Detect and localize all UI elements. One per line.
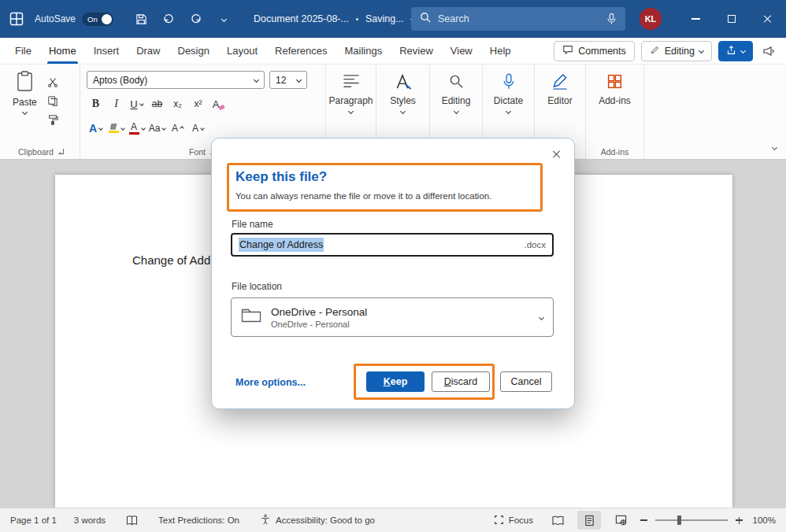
tab-layout[interactable]: Layout	[218, 38, 266, 64]
cancel-button[interactable]: Cancel	[500, 371, 552, 392]
highlighter-icon	[109, 124, 119, 134]
chevron-down-icon	[296, 77, 302, 83]
close-button[interactable]	[750, 0, 786, 38]
word-count[interactable]: 3 words	[74, 515, 106, 525]
tab-insert[interactable]: Insert	[85, 38, 128, 64]
plus-icon	[736, 517, 743, 524]
cut-button[interactable]	[45, 75, 61, 89]
focus-button[interactable]: Focus	[494, 515, 533, 526]
tab-draw[interactable]: Draw	[128, 38, 169, 64]
accessibility-status[interactable]: Accessibility: Good to go	[260, 514, 375, 526]
maximize-button[interactable]	[714, 0, 750, 38]
styles-button[interactable]: Styles	[376, 65, 429, 113]
word-app-icon[interactable]	[9, 12, 24, 26]
save-button[interactable]	[131, 9, 151, 29]
font-size-value: 12	[276, 75, 286, 86]
tab-view[interactable]: View	[442, 38, 481, 64]
magnifier-icon	[448, 73, 465, 92]
tab-file[interactable]: File	[6, 38, 40, 64]
editor-button[interactable]: Editor	[535, 65, 585, 106]
clipboard-group-label: Clipboard	[18, 147, 54, 157]
change-case-button[interactable]: Aa	[148, 119, 166, 138]
paste-button[interactable]: Paste	[13, 71, 37, 127]
focus-label: Focus	[509, 515, 533, 525]
avatar[interactable]: KL	[640, 8, 662, 30]
collapse-ribbon-chevron-icon[interactable]	[773, 139, 777, 153]
clipboard-dialog-launcher-icon[interactable]	[58, 149, 65, 155]
tab-help[interactable]: Help	[481, 38, 520, 64]
text-effects-button[interactable]: A	[87, 119, 105, 138]
editing-button[interactable]: Editing	[430, 65, 482, 113]
highlight-color-button[interactable]	[107, 119, 125, 138]
print-layout-button[interactable]	[577, 511, 601, 530]
zoom-slider[interactable]	[655, 519, 728, 521]
autosave-toggle[interactable]: On	[82, 13, 113, 26]
share-button[interactable]	[718, 41, 753, 61]
addins-button[interactable]: Add-ins	[586, 65, 643, 106]
text-predictions-status[interactable]: Text Predictions: On	[158, 515, 239, 525]
search-icon	[420, 12, 431, 26]
document-title-group[interactable]: Document 2025-08-... Saving...	[254, 13, 415, 24]
superscript-button[interactable]: x²	[189, 94, 207, 113]
clear-formatting-button[interactable]: A	[209, 94, 228, 113]
zoom-in-button[interactable]	[736, 517, 743, 524]
subscript-button[interactable]: x₂	[169, 94, 187, 113]
tab-mailings[interactable]: Mailings	[336, 38, 391, 64]
chevron-down-icon	[139, 102, 144, 106]
editing-mode-button[interactable]: Editing	[641, 41, 712, 61]
font-size-combobox[interactable]: 12	[269, 71, 307, 89]
zoom-level[interactable]: 100%	[751, 515, 776, 525]
chevron-down-icon	[348, 109, 354, 114]
bold-button[interactable]: B	[87, 94, 105, 113]
format-painter-button[interactable]	[45, 113, 61, 127]
copy-button[interactable]	[45, 94, 61, 108]
keep-button[interactable]: Keep	[366, 371, 425, 392]
strikethrough-button[interactable]: ab	[148, 94, 166, 113]
chevron-down-icon	[22, 109, 28, 115]
font-name-combobox[interactable]: Aptos (Body)	[87, 71, 265, 89]
grow-font-button[interactable]: A	[169, 119, 187, 138]
search-mic-icon[interactable]	[606, 13, 617, 25]
megaphone-icon[interactable]	[759, 45, 778, 57]
tab-review[interactable]: Review	[391, 38, 442, 64]
addins-group: Add-ins Add-ins	[586, 65, 644, 159]
quick-access-chevron-icon[interactable]	[213, 9, 234, 29]
focus-icon	[494, 515, 504, 526]
file-location-select[interactable]: OneDrive - Personal OneDrive - Personal	[231, 297, 554, 337]
dialog-close-button[interactable]	[552, 148, 562, 162]
comments-button[interactable]: Comments	[554, 41, 634, 61]
pen-icon	[650, 45, 660, 57]
minimize-button[interactable]	[677, 0, 714, 38]
web-layout-button[interactable]	[609, 511, 632, 530]
zoom-slider-thumb[interactable]	[677, 515, 681, 525]
redo-button[interactable]	[186, 9, 206, 29]
font-color-button[interactable]: A	[128, 119, 146, 138]
addins-grid-icon	[606, 73, 624, 92]
chevron-down-icon	[740, 48, 746, 54]
discard-button[interactable]: Discard	[432, 371, 490, 392]
search-bar[interactable]: Search	[411, 7, 625, 31]
chevron-down-icon	[400, 109, 406, 114]
page-indicator[interactable]: Page 1 of 1	[10, 515, 57, 525]
dictate-button[interactable]: Dictate	[483, 65, 534, 113]
tab-home[interactable]: Home	[40, 38, 85, 64]
paragraph-button[interactable]: Paragraph	[326, 65, 376, 113]
styles-label: Styles	[390, 95, 416, 106]
accessibility-label: Accessibility: Good to go	[276, 515, 375, 525]
tab-design[interactable]: Design	[169, 38, 218, 64]
undo-button[interactable]	[158, 9, 179, 29]
shrink-font-button[interactable]: A	[189, 119, 207, 138]
read-mode-button[interactable]	[546, 511, 569, 530]
underline-button[interactable]: U	[128, 94, 146, 113]
zoom-out-button[interactable]	[640, 519, 647, 520]
dialog-title: Keep this file?	[235, 169, 327, 185]
proofing-book-icon[interactable]	[126, 515, 138, 526]
comment-icon	[562, 44, 573, 57]
chevron-down-icon	[98, 126, 103, 131]
tab-references[interactable]: References	[266, 38, 336, 64]
italic-button[interactable]: I	[107, 94, 125, 113]
titlebar: AutoSave On Document 2025-08-... Saving.…	[0, 0, 786, 38]
more-options-link[interactable]: More options...	[235, 377, 306, 388]
file-name-input[interactable]: Change of Address .docx	[231, 233, 554, 257]
eraser-icon	[219, 105, 225, 110]
